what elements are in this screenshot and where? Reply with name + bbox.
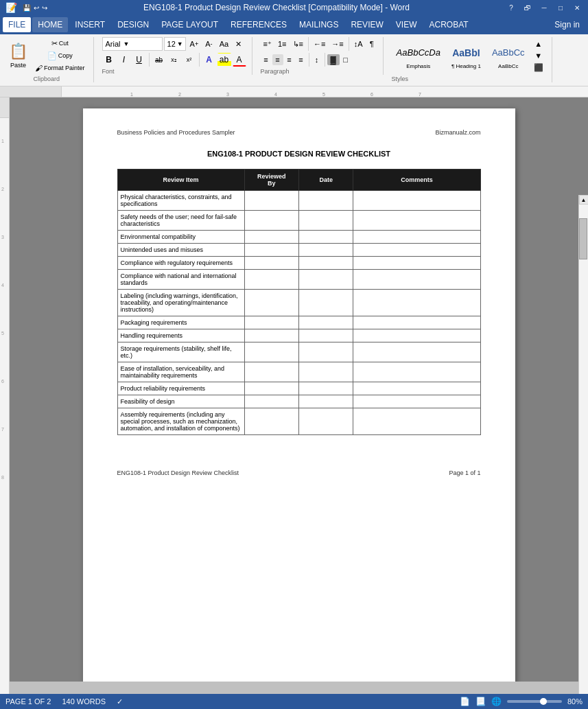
center-button[interactable]: ≡ <box>272 54 283 65</box>
help-button[interactable]: ? <box>506 2 517 13</box>
style-heading1[interactable]: AaBbI ¶ Heading 1 <box>447 40 486 71</box>
multilevel-button[interactable]: ↳≡ <box>290 38 306 49</box>
page-header: Business Policies and Procedures Sampler… <box>117 129 481 136</box>
date-cell <box>298 257 353 270</box>
menu-bar: FILE HOME INSERT DESIGN PAGE LAYOUT REFE… <box>0 15 588 34</box>
reviewed-by-cell <box>244 257 298 270</box>
comments-cell <box>353 231 480 244</box>
document-title: ENG108-1 PRODUCT DESIGN REVIEW CHECKLIST <box>117 150 481 158</box>
decrease-indent-button[interactable]: ←≡ <box>311 38 328 49</box>
justify-button[interactable]: ≡ <box>296 54 307 65</box>
styles-group: AaBbCcDa Emphasis AaBbI ¶ Heading 1 AaBb… <box>392 37 552 82</box>
restore-button[interactable]: 🗗 <box>522 2 533 13</box>
zoom-thumb[interactable] <box>540 698 547 705</box>
menu-page-layout[interactable]: PAGE LAYOUT <box>156 17 224 32</box>
reviewed-by-cell <box>244 231 298 244</box>
minimize-button[interactable]: ─ <box>539 2 550 13</box>
review-item-cell: Product reliability requirements <box>117 382 244 395</box>
increase-font-button[interactable]: A+ <box>187 37 202 51</box>
menu-references[interactable]: REFERENCES <box>225 17 292 32</box>
font-size-input[interactable]: 12 ▼ <box>164 37 186 51</box>
save-icon[interactable]: 💾 <box>23 4 31 12</box>
scroll-up-button[interactable]: ▲ <box>579 195 589 205</box>
shading-button[interactable]: ▓ <box>327 54 340 65</box>
date-cell <box>298 211 353 231</box>
document-area: Business Policies and Procedures Sampler… <box>10 97 588 682</box>
checklist-table: Review Item ReviewedBy Date Comments Phy… <box>117 169 481 435</box>
sign-in-button[interactable]: Sign in <box>549 17 585 32</box>
comments-cell <box>353 329 480 342</box>
strikethrough-button[interactable]: ab <box>152 53 166 67</box>
bullets-button[interactable]: ≡⁺ <box>261 38 274 49</box>
date-cell <box>298 191 353 211</box>
menu-mailings[interactable]: MAILINGS <box>294 17 344 32</box>
menu-insert[interactable]: INSERT <box>69 17 110 32</box>
align-right-button[interactable]: ≡ <box>284 54 295 65</box>
menu-acrobat[interactable]: ACROBAT <box>423 17 473 32</box>
scroll-thumb[interactable] <box>579 218 587 259</box>
subscript-button[interactable]: x₂ <box>167 53 181 67</box>
scroll-track[interactable] <box>579 205 588 709</box>
bold-button[interactable]: B <box>102 53 116 67</box>
align-left-button[interactable]: ≡ <box>261 54 272 65</box>
style-heading2[interactable]: AaBbCc AaBbCc <box>487 40 530 71</box>
increase-indent-button[interactable]: →≡ <box>329 38 346 49</box>
date-cell <box>298 231 353 244</box>
font-color-button[interactable]: A <box>233 53 246 67</box>
menu-home[interactable]: HOME <box>32 17 68 32</box>
menu-design[interactable]: DESIGN <box>112 17 154 32</box>
zoom-level: 80% <box>567 697 583 706</box>
reviewed-by-cell <box>244 408 298 435</box>
header-right: Bizmanualz.com <box>435 129 480 136</box>
menu-view[interactable]: VIEW <box>390 17 423 32</box>
reviewed-by-cell <box>244 395 298 408</box>
review-item-cell: Environmental compatibility <box>117 231 244 244</box>
review-item-cell: Safety needs of the user; need for fail-… <box>117 211 244 231</box>
proofing-icon[interactable]: ✓ <box>117 697 123 706</box>
style-emphasis[interactable]: AaBbCcDa Emphasis <box>392 40 445 71</box>
table-row: Physical characteristics, constraints, a… <box>117 191 480 211</box>
line-spacing-button[interactable]: ↕ <box>311 54 322 65</box>
review-item-cell: Storage requirements (stability, shelf l… <box>117 342 244 362</box>
italic-button[interactable]: I <box>117 53 131 67</box>
clear-formatting-button[interactable]: ✕ <box>233 37 244 51</box>
maximize-button[interactable]: □ <box>555 2 566 13</box>
paste-button[interactable]: 📋 Paste <box>5 37 31 74</box>
zoom-slider[interactable] <box>507 700 562 703</box>
underline-button[interactable]: U <box>132 53 146 67</box>
borders-button[interactable]: □ <box>340 54 351 65</box>
table-row: Unintended uses and misuses <box>117 244 480 257</box>
page-footer: ENG108-1 Product Design Review Checklist… <box>117 463 481 476</box>
styles-more[interactable]: ⬛ <box>531 62 546 73</box>
format-painter-button[interactable]: 🖌 Format Painter <box>32 62 88 73</box>
word-logo-icon: 📝 <box>5 2 17 13</box>
redo-icon[interactable]: ↪ <box>42 4 47 12</box>
menu-file[interactable]: FILE <box>3 17 31 32</box>
styles-scroll-down[interactable]: ▼ <box>531 50 546 61</box>
styles-scroll-up[interactable]: ▲ <box>531 38 546 49</box>
view-read-button[interactable]: 📄 <box>460 697 470 706</box>
document-page: Business Policies and Procedures Sampler… <box>83 108 515 682</box>
copy-button[interactable]: 📄 Copy <box>32 50 88 61</box>
show-hide-button[interactable]: ¶ <box>366 38 377 49</box>
change-case-button[interactable]: Aa <box>217 37 231 51</box>
vertical-scrollbar: ▲ ▼ <box>578 195 588 709</box>
decrease-font-button[interactable]: A- <box>202 37 215 51</box>
menu-review[interactable]: REVIEW <box>345 17 388 32</box>
comments-cell <box>353 408 480 435</box>
superscript-button[interactable]: x² <box>183 53 196 67</box>
comments-cell <box>353 395 480 408</box>
close-button[interactable]: ✕ <box>572 2 583 13</box>
text-effects-button[interactable]: A <box>202 53 216 67</box>
table-row: Safety needs of the user; need for fail-… <box>117 211 480 231</box>
comments-cell <box>353 342 480 362</box>
text-highlight-button[interactable]: ab <box>217 53 231 67</box>
numbering-button[interactable]: 1≡ <box>275 38 290 49</box>
col-header-reviewed: ReviewedBy <box>244 170 298 191</box>
view-web-button[interactable]: 🌐 <box>491 697 502 706</box>
undo-icon[interactable]: ↩ <box>34 4 39 12</box>
view-print-button[interactable]: 📃 <box>475 697 486 706</box>
sort-button[interactable]: ↕A <box>351 38 366 49</box>
font-name-input[interactable]: Arial ▼ <box>102 37 163 51</box>
cut-button[interactable]: ✂ Cut <box>32 38 88 49</box>
